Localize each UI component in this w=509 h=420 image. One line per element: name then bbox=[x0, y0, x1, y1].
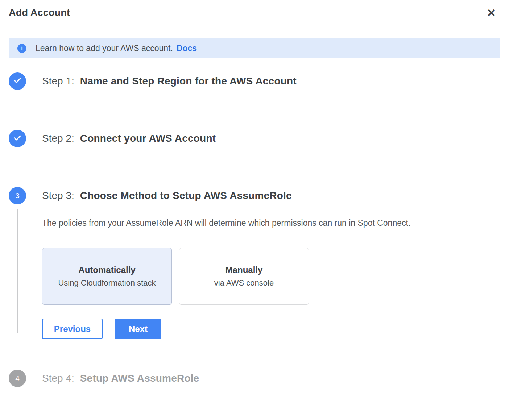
info-icon: i bbox=[17, 44, 26, 53]
step-prefix: Step 1: bbox=[42, 75, 74, 87]
step-3-heading[interactable]: Step 3: Choose Method to Setup AWS Assum… bbox=[42, 187, 500, 204]
step-prefix: Step 4: bbox=[42, 373, 74, 384]
step-1-heading[interactable]: Step 1: Name and Step Region for the AWS… bbox=[42, 72, 500, 90]
modal-title: Add Account bbox=[9, 7, 70, 18]
step-1: Step 1: Name and Step Region for the AWS… bbox=[9, 72, 500, 130]
step-3-rail: 3 bbox=[9, 187, 26, 339]
method-title: Manually bbox=[225, 265, 263, 275]
step-4: 4 Step 4: Setup AWS AssumeRole bbox=[9, 370, 500, 420]
wizard-steps: Step 1: Name and Step Region for the AWS… bbox=[9, 72, 500, 420]
step-1-rail bbox=[9, 72, 26, 101]
docs-link[interactable]: Docs bbox=[177, 43, 197, 53]
check-icon bbox=[13, 76, 22, 87]
step-2: Step 2: Connect your AWS Account bbox=[9, 130, 500, 187]
method-cards: Automatically Using Cloudformation stack… bbox=[42, 248, 500, 305]
step-prefix: Step 2: bbox=[42, 133, 74, 144]
next-button[interactable]: Next bbox=[115, 319, 161, 339]
step-2-circle bbox=[9, 130, 26, 147]
step-4-rail: 4 bbox=[9, 370, 26, 398]
modal-header: Add Account ✕ bbox=[0, 0, 509, 26]
step-prefix: Step 3: bbox=[42, 190, 74, 201]
step-title: Setup AWS AssumeRole bbox=[80, 373, 199, 384]
previous-button[interactable]: Previous bbox=[42, 319, 103, 339]
method-subtitle: via AWS console bbox=[214, 278, 274, 288]
step-3: 3 Step 3: Choose Method to Setup AWS Ass… bbox=[9, 187, 500, 370]
step-title: Name and Step Region for the AWS Account bbox=[80, 75, 297, 87]
method-subtitle: Using Cloudformation stack bbox=[58, 278, 156, 288]
check-icon bbox=[13, 133, 22, 144]
step-title: Connect your AWS Account bbox=[80, 133, 216, 144]
method-title: Automatically bbox=[78, 265, 135, 275]
info-banner: i Learn how to add your AWS account. Doc… bbox=[9, 38, 500, 58]
method-card-manually[interactable]: Manually via AWS console bbox=[179, 248, 309, 305]
step-connector bbox=[17, 209, 18, 333]
step-4-heading[interactable]: Step 4: Setup AWS AssumeRole bbox=[42, 370, 500, 387]
step-2-rail bbox=[9, 130, 26, 158]
close-icon: ✕ bbox=[487, 7, 496, 19]
step-3-circle: 3 bbox=[9, 187, 26, 204]
step-4-circle: 4 bbox=[9, 370, 26, 387]
method-card-automatically[interactable]: Automatically Using Cloudformation stack bbox=[42, 248, 172, 305]
step-3-description: The policies from your AssumeRole ARN wi… bbox=[42, 217, 500, 228]
wizard-actions: Previous Next bbox=[42, 319, 500, 339]
step-2-heading[interactable]: Step 2: Connect your AWS Account bbox=[42, 130, 500, 147]
close-button[interactable]: ✕ bbox=[484, 6, 499, 20]
step-title: Choose Method to Setup AWS AssumeRole bbox=[80, 190, 292, 201]
banner-text: Learn how to add your AWS account. bbox=[36, 43, 173, 53]
step-1-circle bbox=[9, 72, 26, 90]
modal-content: i Learn how to add your AWS account. Doc… bbox=[0, 38, 509, 420]
